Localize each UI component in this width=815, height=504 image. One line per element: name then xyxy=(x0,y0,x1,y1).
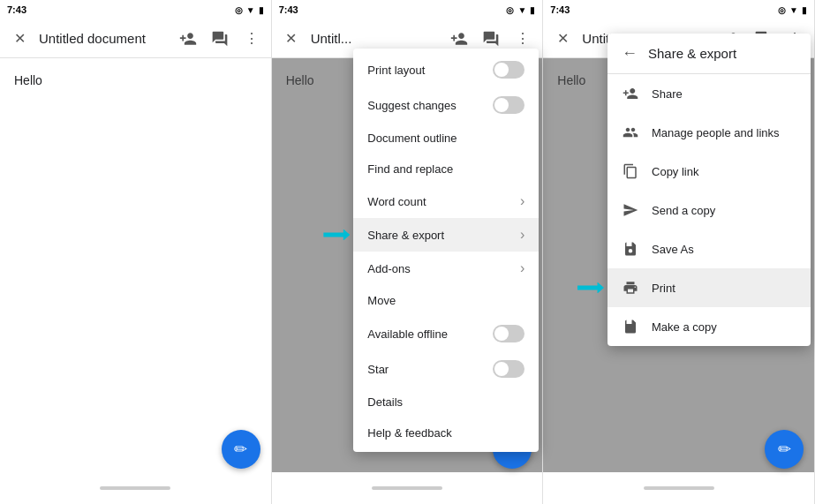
menu-help-feedback[interactable]: Help & feedback xyxy=(353,417,539,448)
panel-2: 7:43 ◎ ▼ ▮ ✕ Untitl... ⋮ Hello ✏ Print l… xyxy=(272,0,544,504)
send-copy-icon xyxy=(622,201,639,219)
signal-icon-2: ▼ xyxy=(517,5,526,15)
menu-suggest-changes-label: Suggest changes xyxy=(367,99,493,112)
fab-icon-3: ✏ xyxy=(778,440,791,459)
time-2: 7:43 xyxy=(279,4,298,15)
close-button-3[interactable]: ✕ xyxy=(550,26,575,51)
battery-icon: ▮ xyxy=(259,5,264,15)
fab-icon-1: ✏ xyxy=(234,440,247,459)
word-count-chevron xyxy=(520,193,524,209)
share-icon xyxy=(622,85,639,102)
bottom-bar-3 xyxy=(543,472,814,504)
more-icon-2[interactable]: ⋮ xyxy=(510,26,535,51)
comment-icon-1[interactable] xyxy=(208,26,232,51)
status-bar-1: 7:43 ◎ ▼ ▮ xyxy=(0,0,271,19)
menu-available-offline[interactable]: Available offline xyxy=(353,316,539,351)
submenu-copy-link[interactable]: Copy link xyxy=(607,152,811,191)
status-bar-2: 7:43 ◎ ▼ ▮ xyxy=(272,0,543,19)
menu-move[interactable]: Move xyxy=(353,285,539,316)
menu-word-count[interactable]: Word count xyxy=(353,184,539,218)
save-as-icon xyxy=(622,240,639,258)
submenu-print-label: Print xyxy=(652,282,675,295)
battery-icon-3: ▮ xyxy=(802,5,807,15)
copy-link-icon xyxy=(622,162,639,180)
signal-icon-3: ▼ xyxy=(789,5,798,15)
submenu-save-as[interactable]: Save As xyxy=(607,229,811,268)
menu-star-label: Star xyxy=(367,363,493,376)
bottom-indicator-3 xyxy=(644,486,714,490)
menu-print-layout-label: Print layout xyxy=(367,64,493,77)
submenu-send-copy-label: Send a copy xyxy=(652,204,715,217)
submenu-print[interactable]: Print xyxy=(607,268,811,307)
menu-move-label: Move xyxy=(367,294,524,307)
add-person-icon-2[interactable] xyxy=(447,26,472,51)
time-1: 7:43 xyxy=(7,4,26,15)
close-button-2[interactable]: ✕ xyxy=(279,26,304,51)
submenu-share-export: ← Share & export Share Manage people and… xyxy=(607,34,811,346)
status-bar-3: 7:43 ◎ ▼ ▮ xyxy=(543,0,814,19)
make-copy-icon xyxy=(622,318,639,335)
menu-share-export[interactable]: Share & export xyxy=(353,218,539,252)
submenu-make-copy-label: Make a copy xyxy=(652,320,717,334)
menu-doc-outline[interactable]: Document outline xyxy=(353,123,539,154)
menu-word-count-label: Word count xyxy=(367,195,520,208)
submenu-share[interactable]: Share xyxy=(607,74,811,113)
menu-doc-outline-label: Document outline xyxy=(367,132,524,145)
print-layout-toggle[interactable] xyxy=(493,61,524,79)
star-toggle[interactable] xyxy=(493,360,524,378)
submenu-manage-people-label: Manage people and links xyxy=(652,126,780,139)
submenu-save-as-label: Save As xyxy=(652,243,694,256)
signal-icon: ▼ xyxy=(246,5,255,15)
wifi-icon: ◎ xyxy=(235,5,243,15)
fab-3[interactable]: ✏ xyxy=(765,430,804,469)
hello-text-3: Hello xyxy=(557,73,585,87)
panel-1: 7:43 ◎ ▼ ▮ ✕ Untitled document ⋮ Hello ✏ xyxy=(0,0,272,504)
menu-details-label: Details xyxy=(367,395,524,409)
menu-star[interactable]: Star xyxy=(353,351,539,387)
back-icon[interactable]: ← xyxy=(622,44,638,63)
comment-icon-2[interactable] xyxy=(479,26,503,51)
submenu-make-copy[interactable]: Make a copy xyxy=(607,307,811,346)
menu-details[interactable]: Details xyxy=(353,387,539,417)
status-icons-3: ◎ ▼ ▮ xyxy=(778,5,807,15)
submenu-share-label: Share xyxy=(652,87,683,101)
status-icons-1: ◎ ▼ ▮ xyxy=(235,5,264,15)
time-3: 7:43 xyxy=(550,4,570,15)
menu-add-ons[interactable]: Add-ons xyxy=(353,252,539,285)
share-export-chevron xyxy=(520,227,524,243)
toolbar-1: ✕ Untitled document ⋮ xyxy=(0,19,271,58)
close-button-1[interactable]: ✕ xyxy=(7,26,32,51)
doc-content-1: Hello xyxy=(0,58,271,472)
add-ons-chevron xyxy=(520,260,524,276)
menu-share-export-label: Share & export xyxy=(367,229,520,242)
wifi-icon-2: ◎ xyxy=(506,5,514,15)
menu-find-replace-label: Find and replace xyxy=(367,162,524,176)
menu-find-replace[interactable]: Find and replace xyxy=(353,154,539,184)
submenu-copy-link-label: Copy link xyxy=(652,165,698,178)
bottom-indicator-1 xyxy=(100,486,170,490)
menu-add-ons-label: Add-ons xyxy=(367,262,520,275)
menu-print-layout[interactable]: Print layout xyxy=(353,52,539,87)
dropdown-menu-2: Print layout Suggest changes Document ou… xyxy=(353,49,539,452)
menu-available-offline-label: Available offline xyxy=(367,327,493,341)
bottom-bar-2 xyxy=(272,472,543,504)
submenu-header[interactable]: ← Share & export xyxy=(607,34,811,74)
bottom-bar-1 xyxy=(0,472,271,504)
manage-people-icon xyxy=(622,124,639,141)
suggest-toggle[interactable] xyxy=(493,96,524,114)
more-icon-1[interactable]: ⋮ xyxy=(239,26,264,51)
wifi-icon-3: ◎ xyxy=(778,5,786,15)
panel-3: 7:43 ◎ ▼ ▮ ✕ Untitl... ⋮ Hello ✏ ← Shar xyxy=(543,0,815,504)
menu-help-feedback-label: Help & feedback xyxy=(367,426,524,440)
offline-toggle[interactable] xyxy=(493,325,524,342)
fab-1[interactable]: ✏ xyxy=(222,430,260,469)
menu-suggest-changes[interactable]: Suggest changes xyxy=(353,87,539,123)
submenu-manage-people[interactable]: Manage people and links xyxy=(607,113,811,152)
add-person-icon-1[interactable] xyxy=(176,26,200,51)
submenu-send-copy[interactable]: Send a copy xyxy=(607,191,811,229)
status-icons-2: ◎ ▼ ▮ xyxy=(506,5,535,15)
doc-title-1: Untitled document xyxy=(39,31,169,46)
hello-text-1: Hello xyxy=(14,73,42,87)
hello-text-2: Hello xyxy=(286,73,314,87)
battery-icon-2: ▮ xyxy=(530,5,535,15)
